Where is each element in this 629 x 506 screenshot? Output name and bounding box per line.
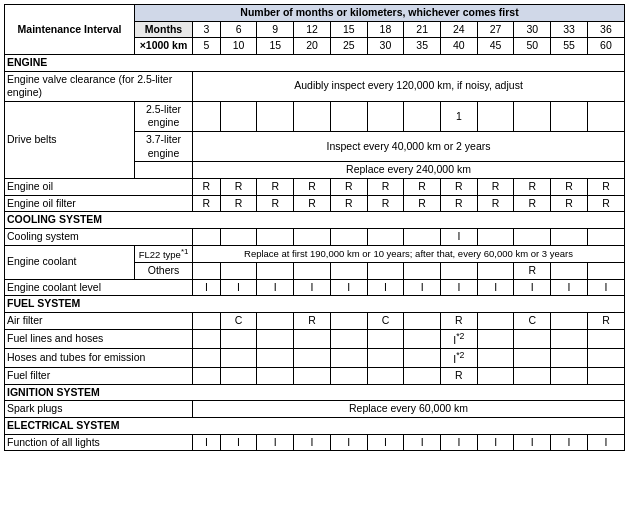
he-9 [477, 348, 514, 367]
co-6 [367, 263, 404, 280]
row-drive-belts-label: Drive belts [5, 101, 135, 178]
cl-6: I [367, 279, 404, 296]
db25-3 [257, 101, 294, 131]
row-lights-label: Function of all lights [5, 434, 193, 451]
fl-4 [294, 329, 331, 348]
eo-12: R [587, 179, 624, 196]
af-4: R [294, 313, 331, 330]
cs-6 [367, 228, 404, 245]
m12: 12 [294, 21, 331, 38]
he-5 [330, 348, 367, 367]
cs-1 [193, 228, 221, 245]
row-cooling-system-label: Cooling system [5, 228, 193, 245]
li-4: I [294, 434, 331, 451]
li-12: I [587, 434, 624, 451]
he-12 [587, 348, 624, 367]
he-2 [220, 348, 257, 367]
km60: 60 [587, 38, 624, 55]
eo-10: R [514, 179, 551, 196]
km-header: ×1000 km [135, 38, 193, 55]
eo-8: R [441, 179, 478, 196]
ff-12 [587, 367, 624, 384]
fl-8: I*2 [441, 329, 478, 348]
cl-9: I [477, 279, 514, 296]
row-spark-plugs-note: Replace every 60,000 km [193, 401, 625, 418]
co-11 [551, 263, 588, 280]
ff-2 [220, 367, 257, 384]
fl-11 [551, 329, 588, 348]
co-5 [330, 263, 367, 280]
months-header: Months [135, 21, 193, 38]
li-5: I [330, 434, 367, 451]
he-1 [193, 348, 221, 367]
m9: 9 [257, 21, 294, 38]
he-6 [367, 348, 404, 367]
row-engine-valve-note: Audibly inspect every 120,000 km, if noi… [193, 71, 625, 101]
db25-12 [587, 101, 624, 131]
cl-4: I [294, 279, 331, 296]
fl-5 [330, 329, 367, 348]
db25-10 [514, 101, 551, 131]
ff-10 [514, 367, 551, 384]
co-7 [404, 263, 441, 280]
cs-10 [514, 228, 551, 245]
km55: 55 [551, 38, 588, 55]
row-engine-oil-filter-label: Engine oil filter [5, 195, 193, 212]
li-6: I [367, 434, 404, 451]
cs-3 [257, 228, 294, 245]
eo-2: R [220, 179, 257, 196]
row-drive-belts-25-sub: 2.5-liter engine [135, 101, 193, 131]
row-engine-valve: Engine valve clearance (for 2.5-liter en… [5, 71, 193, 101]
li-1: I [193, 434, 221, 451]
cs-4 [294, 228, 331, 245]
km35: 35 [404, 38, 441, 55]
m21: 21 [404, 21, 441, 38]
cl-3: I [257, 279, 294, 296]
eo-1: R [193, 179, 221, 196]
af-5 [330, 313, 367, 330]
eo-9: R [477, 179, 514, 196]
eo-6: R [367, 179, 404, 196]
section-cooling: COOLING SYSTEM [5, 212, 625, 229]
row-fuel-lines-label: Fuel lines and hoses [5, 329, 193, 348]
li-11: I [551, 434, 588, 451]
af-8: R [441, 313, 478, 330]
cs-2 [220, 228, 257, 245]
row-engine-coolant-label: Engine coolant [5, 245, 135, 279]
ff-8: R [441, 367, 478, 384]
co-4 [294, 263, 331, 280]
db25-9 [477, 101, 514, 131]
m18: 18 [367, 21, 404, 38]
row-hoses-emission-label: Hoses and tubes for emission [5, 348, 193, 367]
ff-9 [477, 367, 514, 384]
af-1 [193, 313, 221, 330]
co-10: R [514, 263, 551, 280]
li-8: I [441, 434, 478, 451]
cs-12 [587, 228, 624, 245]
db25-6 [367, 101, 404, 131]
co-9 [477, 263, 514, 280]
li-2: I [220, 434, 257, 451]
row-coolant-others-sub: Others [135, 263, 193, 280]
km20: 20 [294, 38, 331, 55]
li-3: I [257, 434, 294, 451]
db25-4 [294, 101, 331, 131]
cl-5: I [330, 279, 367, 296]
eof-9: R [477, 195, 514, 212]
fl-2 [220, 329, 257, 348]
cs-5 [330, 228, 367, 245]
eo-3: R [257, 179, 294, 196]
ff-7 [404, 367, 441, 384]
cs-11 [551, 228, 588, 245]
km40: 40 [441, 38, 478, 55]
km30: 30 [367, 38, 404, 55]
he-4 [294, 348, 331, 367]
eof-11: R [551, 195, 588, 212]
m24: 24 [441, 21, 478, 38]
km5: 5 [193, 38, 221, 55]
eof-10: R [514, 195, 551, 212]
ff-1 [193, 367, 221, 384]
m15: 15 [330, 21, 367, 38]
co-8 [441, 263, 478, 280]
maintenance-schedule: Maintenance Interval Number of months or… [0, 0, 629, 455]
